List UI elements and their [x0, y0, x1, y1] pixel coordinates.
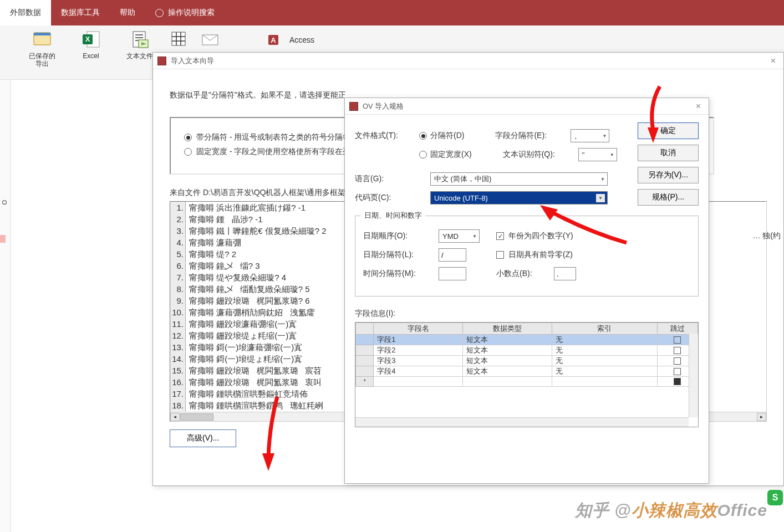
import-spec-dialog: OV 导入规格 × 确定 取消 另存为(V)... 规格(P)... 文件格式(… [344, 98, 709, 484]
preview-line-text: 甯掫嘚 鎶(一)埌缇ょ粍缩(一)寘 [186, 353, 302, 365]
preview-line-number: 9. [170, 295, 186, 306]
excel-icon: X [80, 29, 102, 50]
chevron-down-icon: ▼ [600, 177, 605, 182]
col-fieldname[interactable]: 字段名 [374, 323, 463, 335]
preview-line-text: 甯掫嘚 缇? 2 [186, 248, 236, 260]
access-label: Access [289, 35, 314, 44]
left-nav-letter[interactable]: O [1, 198, 8, 207]
preview-line-number: 3. [170, 225, 186, 237]
language-label: 语言(G): [355, 174, 430, 184]
ribbon-tab-db-tools[interactable]: 数据库工具 [51, 0, 110, 25]
spec-titlebar: OV 导入规格 × [345, 98, 709, 115]
ribbon-tab-external-data[interactable]: 外部数据 [0, 0, 51, 25]
preview-line-text: 甯掫嘚 鍾 晶涉? -1 [186, 213, 263, 225]
fieldinfo-table[interactable]: 字段名 数据类型 索引 跳过 字段1短文本无字段2短文本无字段3短文本无字段4短… [355, 322, 699, 427]
radio-icon [184, 134, 192, 141]
excel-button[interactable]: X Excel [73, 29, 109, 79]
spec-close-button[interactable]: × [693, 101, 704, 111]
table-row[interactable]: 字段3短文本无 [356, 356, 698, 366]
col-skip[interactable]: 跳过 [657, 323, 698, 335]
date-order-value: YMD [442, 232, 459, 241]
preview-line-text: 甯掫嘚 鍾哄檹渲哄礊鏂虹竞埥佈 [186, 388, 308, 400]
preview-line-number: 7. [170, 272, 186, 283]
table-new-row[interactable]: * [356, 377, 698, 387]
left-nav-strip: O [0, 80, 11, 532]
advanced-button[interactable]: 高级(V)... [170, 429, 236, 447]
fmt-fixed-label: 固定宽度(X) [430, 150, 472, 160]
preview-line-number: 1. [170, 202, 186, 213]
decimal-label: 小数点(B): [496, 269, 554, 279]
cancel-button[interactable]: 取消 [638, 145, 699, 161]
preview-line-text: 甯掫嘚 鐘乄 缁勫复緻朵細璇? 5 [186, 283, 310, 295]
leading-zero-label: 日期具有前导零(Z) [508, 250, 573, 260]
fmt-delimited-radio[interactable]: 分隔符(D) [419, 131, 464, 141]
codepage-select[interactable]: Unicode (UTF-8)▼ [430, 191, 608, 204]
clipped-text-right: … 独(约 [752, 231, 781, 241]
email-button[interactable] [201, 29, 267, 51]
table-row[interactable]: 字段4短文本无 [356, 366, 698, 377]
datetime-group: 日期、时间和数字 日期顺序(O): YMD▼ 年份为四个数字(Y) 日期分隔符(… [355, 216, 699, 296]
preview-line-text: 甯掫嘚 濂藉弸梢劥痌鈂妱 洩氳癨 [186, 306, 315, 318]
saved-exports-button[interactable]: 已保存的 导出 [24, 29, 60, 79]
saveas-button[interactable]: 另存为(V)... [638, 167, 699, 183]
table-row[interactable]: 字段1短文本无 [356, 335, 698, 345]
language-select[interactable]: 中文 (简体，中国)▼ [430, 172, 608, 186]
tell-me-search[interactable]: 操作说明搜索 [145, 0, 225, 25]
access-button[interactable]: A Access [267, 29, 334, 51]
option-fixedwidth-label: 固定宽度 - 字段之间使用空格使所有字段在列 [196, 147, 350, 157]
textfile-icon [129, 29, 151, 50]
preview-line-text: 甯掫嘚 缇や复緻朵細璇? 4 [186, 272, 286, 283]
preview-line-number: 13. [170, 341, 186, 353]
chevron-down-icon: ▼ [603, 134, 607, 139]
radio-icon [419, 132, 427, 140]
spec-title: OV 导入规格 [363, 101, 404, 111]
time-separator-input[interactable] [439, 267, 466, 280]
ok-button[interactable]: 确定 [638, 122, 699, 139]
date-order-select[interactable]: YMD▼ [439, 229, 480, 243]
preview-line-number: 2. [170, 213, 186, 225]
codepage-label: 代码页(C): [355, 193, 430, 203]
saved-exports-icon [31, 29, 53, 50]
preview-line-number: 12. [170, 330, 186, 341]
col-index[interactable]: 索引 [552, 323, 657, 335]
text-qualifier-select[interactable]: "▼ [578, 148, 617, 161]
access-icon: A [267, 32, 284, 48]
grid-icon [168, 29, 190, 50]
ribbon-tab-help[interactable]: 帮助 [110, 0, 145, 25]
preview-line-number: 16. [170, 376, 186, 388]
text-qualifier-value: " [582, 151, 585, 159]
specs-button[interactable]: 规格(P)... [638, 189, 699, 206]
wizard-close-button[interactable]: × [767, 56, 779, 66]
text-qualifier-label: 文本识别符(Q): [503, 150, 578, 160]
spec-icon [349, 102, 358, 111]
preview-line-text: 甯掫嘚 鎶(一)埌濂藉弸缩(一)寘 [186, 341, 302, 353]
fieldtable-vscrollbar[interactable] [689, 334, 698, 417]
decimal-input[interactable] [554, 267, 576, 280]
wizard-titlebar: 导入文本向导 × [153, 53, 783, 69]
field-separator-select[interactable]: ,▼ [571, 129, 609, 142]
saved-exports-label: 已保存的 导出 [29, 52, 55, 68]
preview-line-number: 4. [170, 237, 186, 248]
preview-line-text: 甯掫嘚 浜出淮鏮此宸插け鑤? -1 [186, 202, 306, 213]
col-datatype[interactable]: 数据类型 [462, 323, 552, 335]
radio-icon [184, 148, 192, 156]
preview-line-number: 11. [170, 318, 186, 330]
fmt-fixed-radio[interactable]: 固定宽度(X) [419, 150, 472, 160]
svg-text:X: X [85, 35, 90, 43]
year4-checkbox[interactable] [496, 232, 504, 240]
date-separator-input[interactable] [439, 248, 466, 262]
spec-side-buttons: 确定 取消 另存为(V)... 规格(P)... [638, 122, 699, 206]
table-row[interactable]: 字段2短文本无 [356, 345, 698, 356]
language-value: 中文 (简体，中国) [434, 174, 491, 184]
date-separator-label: 日期分隔符(L): [363, 250, 439, 260]
date-order-label: 日期顺序(O): [363, 231, 439, 241]
preview-line-number: 5. [170, 248, 186, 260]
field-separator-value: , [574, 132, 577, 140]
preview-line-text: 甯掫嘚 銏跤埌璐 梶閧氳浆璐 宸苕 [186, 365, 322, 376]
envelope-icon [201, 32, 220, 48]
fieldtable-hscrollbar[interactable] [355, 417, 689, 427]
leading-zero-checkbox[interactable] [496, 251, 504, 259]
preview-line-text: 甯掫嘚 銏跤埌璐 梶閧氳浆璐? 6 [186, 295, 310, 306]
textfile-label: 文本文件 [126, 52, 153, 60]
wizard-title: 导入文本向导 [171, 56, 214, 66]
